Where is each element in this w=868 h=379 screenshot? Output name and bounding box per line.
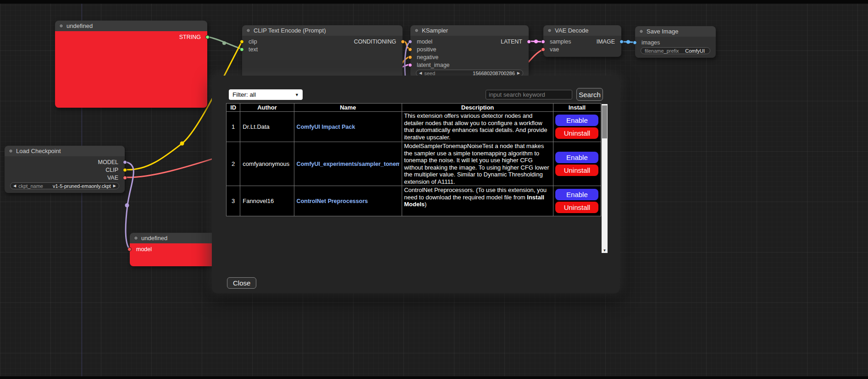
header-description: Description	[402, 104, 553, 112]
output-pin-latent[interactable]	[527, 39, 531, 44]
node-status-dot[interactable]	[59, 24, 63, 28]
node-titlebar[interactable]: Load Checkpoint	[5, 146, 125, 156]
input-pin-clip[interactable]	[240, 39, 244, 44]
decrement-arrow-icon[interactable]: ◀	[419, 71, 422, 75]
node-status-dot[interactable]	[547, 28, 552, 33]
output-pin-model[interactable]	[123, 160, 127, 164]
uninstall-button[interactable]: Uninstall	[555, 202, 598, 213]
node-title: undefined	[141, 235, 167, 242]
ext-author: comfyanonymous	[240, 142, 294, 186]
input-pin-samples[interactable]	[541, 39, 545, 44]
ext-name-link[interactable]: ControlNet Preprocessors	[297, 198, 400, 204]
node-body: images filename_prefix ComfyUI	[635, 37, 716, 58]
input-label: clip	[242, 38, 257, 45]
input-label: samples	[543, 38, 571, 45]
node-titlebar[interactable]: undefined	[55, 21, 207, 31]
scroll-down-icon[interactable]: ▼	[602, 248, 608, 253]
node-undefined-bottom[interactable]: undefined model	[130, 233, 218, 266]
filename-prefix-widget[interactable]: filename_prefix ComfyUI	[641, 47, 710, 54]
widget-label: filename_prefix	[645, 48, 679, 54]
ext-install-cell: Enable Uninstall	[553, 186, 601, 216]
desc-text: )	[425, 201, 426, 208]
node-status-dot[interactable]	[639, 29, 643, 33]
node-titlebar[interactable]: KSampler	[410, 25, 529, 36]
input-label: images	[635, 39, 660, 46]
output-label: CONDITIONING	[354, 38, 403, 45]
scrollbar-thumb[interactable]	[602, 105, 607, 138]
extension-row: 3 Fannovel16 ControlNet Preprocessors Co…	[227, 186, 601, 216]
input-label: vae	[543, 46, 559, 53]
ext-name-link[interactable]: ComfyUI Impact Pack	[297, 124, 400, 130]
input-label: positive	[410, 46, 436, 53]
input-pin-negative[interactable]	[408, 55, 412, 59]
input-pin-text[interactable]	[240, 47, 244, 51]
output-label: STRING	[179, 34, 207, 40]
header-author: Author	[240, 104, 294, 112]
output-pin-image[interactable]	[619, 39, 624, 44]
ext-description: ControlNet Preprocessors. (To use this e…	[402, 186, 553, 216]
node-save-image[interactable]: Save Image images filename_prefix ComfyU…	[635, 26, 716, 58]
uninstall-button[interactable]: Uninstall	[555, 127, 598, 139]
input-label: negative	[410, 54, 438, 60]
node-status-dot[interactable]	[9, 149, 13, 153]
widget-value: v1-5-pruned-emaonly.ckpt	[53, 183, 111, 189]
node-graph-canvas[interactable]: undefined STRING CLIP Text Encode (Promp…	[0, 0, 868, 379]
input-pin-model[interactable]	[127, 247, 132, 251]
output-pin-vae[interactable]	[123, 176, 127, 180]
node-body: MODEL CLIP VAE ◀ ckpt_name v1-5-pruned-e…	[5, 156, 125, 193]
node-undefined-top[interactable]: undefined STRING	[55, 21, 207, 108]
node-ksampler[interactable]: KSampler model LATENT positive negative …	[410, 25, 529, 78]
node-title: KSampler	[422, 27, 448, 34]
enable-button[interactable]: Enable	[555, 152, 598, 163]
node-titlebar[interactable]: Save Image	[635, 26, 716, 37]
node-status-dot[interactable]	[134, 236, 138, 240]
uninstall-button[interactable]: Uninstall	[555, 165, 598, 176]
input-pin-vae[interactable]	[541, 47, 545, 51]
ext-name-link[interactable]: ComfyUI_experiments/sampler_tonemap	[297, 161, 400, 167]
ext-install-cell: Enable Uninstall	[553, 142, 601, 186]
extension-manager-dialog: Filter: all ▼ Search ID Author Name Desc…	[212, 76, 620, 293]
input-pin-model[interactable]	[408, 39, 412, 44]
output-label: VAE	[107, 175, 125, 181]
search-button[interactable]: Search	[576, 88, 603, 101]
ext-id: 1	[227, 112, 240, 142]
node-title: Save Image	[647, 28, 678, 35]
node-titlebar[interactable]: CLIP Text Encode (Prompt)	[242, 25, 403, 36]
ckpt-name-widget[interactable]: ◀ ckpt_name v1-5-pruned-emaonly.ckpt ▶	[10, 182, 119, 189]
scrollbar-track[interactable]: ▼	[602, 104, 608, 253]
search-input[interactable]	[486, 90, 572, 99]
output-label: CLIP	[105, 167, 125, 173]
node-status-dot[interactable]	[246, 28, 250, 33]
output-label: IMAGE	[597, 38, 621, 45]
enable-button[interactable]: Enable	[555, 115, 598, 126]
wire-dot-clip	[180, 142, 184, 146]
wire-dot-string	[222, 41, 226, 45]
input-pin-positive[interactable]	[408, 47, 412, 51]
node-clip-text-encode[interactable]: CLIP Text Encode (Prompt) clip CONDITION…	[242, 25, 403, 79]
extension-row: 1 Dr.Lt.Data ComfyUI Impact Pack This ex…	[227, 112, 601, 142]
node-body: clip CONDITIONING text	[242, 36, 403, 79]
filter-select[interactable]: Filter: all ▼	[229, 89, 303, 100]
desc-text: ControlNet Preprocessors. (To use this e…	[404, 187, 547, 201]
close-button[interactable]: Close	[227, 277, 256, 289]
enable-button[interactable]: Enable	[555, 189, 598, 200]
node-load-checkpoint[interactable]: Load Checkpoint MODEL CLIP VAE ◀ ckpt_na…	[5, 146, 125, 193]
chevron-down-icon: ▼	[295, 93, 299, 97]
node-titlebar[interactable]: undefined	[130, 233, 218, 243]
node-titlebar[interactable]: VAE Decode	[543, 25, 621, 36]
output-pin-conditioning[interactable]	[401, 39, 405, 44]
node-vae-decode[interactable]: VAE Decode samples IMAGE vae	[543, 25, 621, 57]
increment-arrow-icon[interactable]: ▶	[517, 71, 520, 75]
node-status-dot[interactable]	[415, 28, 419, 33]
next-arrow-icon[interactable]: ▶	[113, 184, 116, 188]
node-title: VAE Decode	[555, 27, 588, 34]
output-pin-clip[interactable]	[123, 168, 127, 172]
input-pin-latent-image[interactable]	[408, 63, 412, 67]
output-pin-string[interactable]	[205, 35, 210, 39]
input-pin-images[interactable]	[633, 40, 637, 44]
node-body: samples IMAGE vae	[543, 36, 621, 57]
widget-value: ComfyUI	[685, 48, 705, 54]
header-name: Name	[294, 104, 402, 112]
prev-arrow-icon[interactable]: ◀	[13, 184, 16, 188]
filter-select-value: Filter: all	[232, 91, 256, 98]
